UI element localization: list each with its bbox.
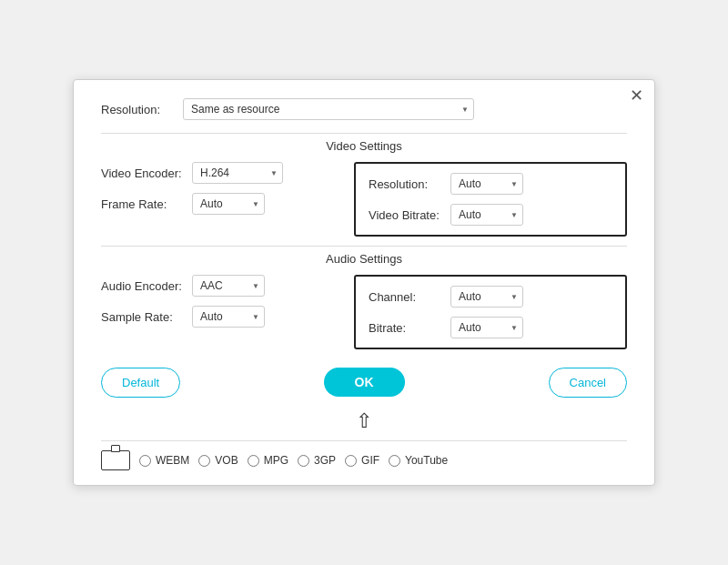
sample-rate-row: Sample Rate: Auto	[101, 306, 345, 328]
format-vob[interactable]: VOB	[198, 454, 238, 467]
format-bar: WEBM VOB MPG 3GP GIF YouTube	[101, 440, 627, 470]
frame-rate-label: Frame Rate:	[101, 197, 192, 211]
audio-settings-grid: Audio Encoder: AAC Sample Rate: Auto	[101, 275, 627, 349]
audio-settings-right: Channel: Auto Bitrate: Auto	[354, 275, 627, 349]
video-bitrate-select[interactable]: Auto	[450, 204, 523, 226]
format-vob-label: VOB	[215, 454, 238, 467]
format-youtube[interactable]: YouTube	[389, 454, 448, 467]
video-settings-left: Video Encoder: H.264 Frame Rate: Auto	[101, 162, 345, 237]
channel-select-wrapper: Auto	[450, 286, 523, 308]
format-youtube-radio[interactable]	[389, 455, 400, 467]
video-encoder-select-wrapper: H.264	[192, 162, 283, 184]
video-bitrate-select-wrapper: Auto	[450, 204, 523, 226]
audio-bitrate-label: Bitrate:	[369, 321, 450, 335]
format-3gp-label: 3GP	[314, 454, 336, 467]
frame-rate-select[interactable]: Auto	[192, 193, 265, 215]
audio-bitrate-row: Bitrate: Auto	[369, 317, 612, 338]
divider-2	[101, 246, 627, 247]
settings-dialog: ✕ Resolution: Same as resource Video Set…	[73, 79, 655, 486]
video-resolution-select[interactable]: Auto	[450, 173, 523, 195]
video-resolution-select-wrapper: Auto	[450, 173, 523, 195]
format-3gp-radio[interactable]	[298, 455, 309, 467]
default-button[interactable]: Default	[101, 368, 180, 398]
video-settings-grid: Video Encoder: H.264 Frame Rate: Auto	[101, 162, 627, 237]
resolution-top-select[interactable]: Same as resource	[183, 98, 474, 120]
audio-encoder-select-wrapper: AAC	[192, 275, 265, 297]
video-settings-right: Resolution: Auto Video Bitrate: Auto	[354, 162, 627, 237]
resolution-top-label: Resolution:	[101, 103, 174, 116]
format-mpg-radio[interactable]	[248, 455, 259, 467]
channel-select[interactable]: Auto	[450, 286, 523, 308]
top-resolution-row: Resolution: Same as resource	[101, 98, 627, 120]
channel-label: Channel:	[369, 290, 450, 304]
format-3gp[interactable]: 3GP	[298, 454, 336, 467]
format-gif-label: GIF	[361, 454, 379, 467]
format-vob-radio[interactable]	[198, 455, 210, 467]
video-encoder-select[interactable]: H.264	[192, 162, 283, 184]
frame-rate-row: Frame Rate: Auto	[101, 193, 345, 215]
channel-row: Channel: Auto	[369, 286, 612, 308]
resolution-top-select-wrapper: Same as resource	[183, 98, 474, 120]
audio-bitrate-select-wrapper: Auto	[450, 317, 523, 338]
arrow-up-indicator: ⇧	[101, 409, 627, 433]
divider-1	[101, 133, 627, 134]
video-resolution-label: Resolution:	[369, 177, 450, 191]
audio-bitrate-select[interactable]: Auto	[450, 317, 523, 338]
format-youtube-label: YouTube	[405, 454, 448, 467]
format-webm[interactable]: WEBM	[139, 454, 189, 467]
buttons-row: Default OK Cancel	[101, 368, 627, 397]
close-button[interactable]: ✕	[630, 87, 643, 104]
video-encoder-label: Video Encoder:	[101, 166, 192, 180]
video-settings-title: Video Settings	[101, 139, 627, 153]
format-mpg-label: MPG	[264, 454, 288, 467]
format-webm-radio[interactable]	[139, 455, 151, 467]
audio-encoder-label: Audio Encoder:	[101, 279, 192, 293]
audio-encoder-select[interactable]: AAC	[192, 275, 265, 297]
format-webm-label: WEBM	[156, 454, 189, 467]
format-gif-radio[interactable]	[345, 455, 357, 467]
format-icon	[101, 450, 130, 470]
frame-rate-select-wrapper: Auto	[192, 193, 265, 215]
format-mpg[interactable]: MPG	[248, 454, 288, 467]
video-encoder-row: Video Encoder: H.264	[101, 162, 345, 184]
video-bitrate-row: Video Bitrate: Auto	[369, 204, 612, 226]
audio-settings-title: Audio Settings	[101, 252, 627, 266]
cancel-button[interactable]: Cancel	[549, 368, 627, 398]
format-gif[interactable]: GIF	[345, 454, 379, 467]
sample-rate-select-wrapper: Auto	[192, 306, 265, 328]
video-bitrate-label: Video Bitrate:	[369, 208, 450, 222]
ok-button[interactable]: OK	[324, 368, 405, 397]
video-resolution-row: Resolution: Auto	[369, 173, 612, 195]
audio-settings-left: Audio Encoder: AAC Sample Rate: Auto	[101, 275, 345, 349]
sample-rate-label: Sample Rate:	[101, 310, 192, 324]
audio-encoder-row: Audio Encoder: AAC	[101, 275, 345, 297]
sample-rate-select[interactable]: Auto	[192, 306, 265, 328]
